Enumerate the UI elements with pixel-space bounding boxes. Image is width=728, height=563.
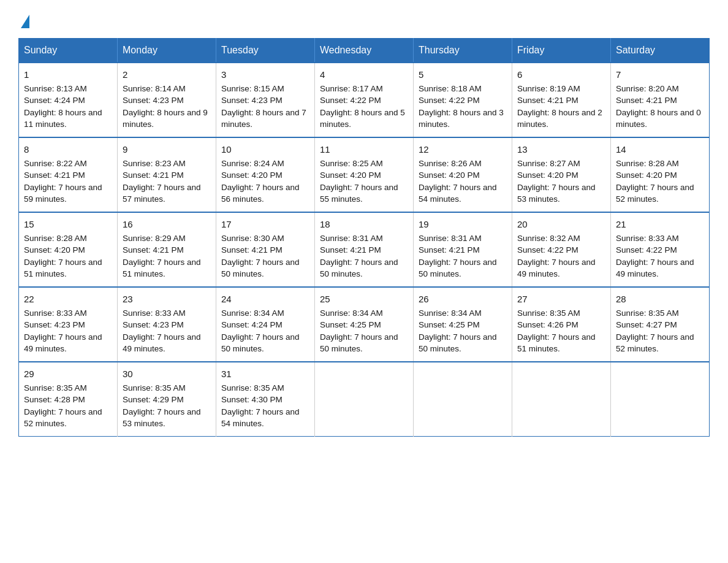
calendar-cell: 13Sunrise: 8:27 AMSunset: 4:20 PMDayligh… — [512, 137, 611, 212]
day-number: 4 — [320, 68, 408, 82]
calendar-cell: 5Sunrise: 8:18 AMSunset: 4:22 PMDaylight… — [414, 63, 512, 137]
calendar-cell: 24Sunrise: 8:34 AMSunset: 4:24 PMDayligh… — [216, 287, 315, 362]
calendar-week-row: 1Sunrise: 8:13 AMSunset: 4:24 PMDaylight… — [19, 63, 710, 137]
weekday-header-monday: Monday — [118, 39, 216, 63]
weekday-header-friday: Friday — [512, 39, 611, 63]
calendar-cell: 31Sunrise: 8:35 AMSunset: 4:30 PMDayligh… — [216, 362, 315, 437]
day-number: 18 — [320, 218, 408, 231]
calendar-cell: 8Sunrise: 8:22 AMSunset: 4:21 PMDaylight… — [19, 137, 118, 212]
calendar-cell — [611, 362, 710, 437]
weekday-header-thursday: Thursday — [414, 39, 512, 63]
day-number: 25 — [320, 293, 408, 306]
calendar-cell: 6Sunrise: 8:19 AMSunset: 4:21 PMDaylight… — [512, 63, 611, 137]
calendar-cell: 26Sunrise: 8:34 AMSunset: 4:25 PMDayligh… — [414, 287, 512, 362]
day-number: 1 — [24, 68, 112, 82]
calendar-week-row: 29Sunrise: 8:35 AMSunset: 4:28 PMDayligh… — [19, 362, 710, 437]
day-number: 11 — [320, 143, 408, 156]
weekday-header-row: SundayMondayTuesdayWednesdayThursdayFrid… — [19, 39, 710, 63]
calendar-week-row: 15Sunrise: 8:28 AMSunset: 4:20 PMDayligh… — [19, 212, 710, 287]
day-number: 10 — [221, 143, 309, 156]
day-number: 16 — [123, 218, 211, 231]
calendar-table: SundayMondayTuesdayWednesdayThursdayFrid… — [18, 38, 710, 437]
day-number: 3 — [221, 68, 309, 82]
day-number: 20 — [517, 218, 605, 231]
calendar-cell: 15Sunrise: 8:28 AMSunset: 4:20 PMDayligh… — [19, 212, 118, 287]
day-number: 13 — [517, 143, 605, 156]
header — [18, 12, 710, 28]
calendar-cell: 4Sunrise: 8:17 AMSunset: 4:22 PMDaylight… — [315, 63, 414, 137]
calendar-cell: 7Sunrise: 8:20 AMSunset: 4:21 PMDaylight… — [611, 63, 710, 137]
calendar-cell: 25Sunrise: 8:34 AMSunset: 4:25 PMDayligh… — [315, 287, 414, 362]
day-number: 31 — [221, 367, 309, 381]
calendar-cell: 9Sunrise: 8:23 AMSunset: 4:21 PMDaylight… — [118, 137, 216, 212]
day-number: 8 — [24, 143, 112, 156]
calendar-cell: 17Sunrise: 8:30 AMSunset: 4:21 PMDayligh… — [216, 212, 315, 287]
calendar-cell: 19Sunrise: 8:31 AMSunset: 4:21 PMDayligh… — [414, 212, 512, 287]
calendar-cell: 18Sunrise: 8:31 AMSunset: 4:21 PMDayligh… — [315, 212, 414, 287]
day-number: 12 — [419, 143, 507, 156]
day-number: 29 — [24, 367, 112, 381]
calendar-cell: 27Sunrise: 8:35 AMSunset: 4:26 PMDayligh… — [512, 287, 611, 362]
calendar-cell: 3Sunrise: 8:15 AMSunset: 4:23 PMDaylight… — [216, 63, 315, 137]
day-number: 30 — [123, 367, 211, 381]
day-number: 23 — [123, 293, 211, 306]
day-number: 2 — [123, 68, 211, 82]
day-number: 27 — [517, 293, 605, 306]
calendar-cell: 23Sunrise: 8:33 AMSunset: 4:23 PMDayligh… — [118, 287, 216, 362]
logo-triangle-icon — [21, 15, 29, 28]
weekday-header-sunday: Sunday — [19, 39, 118, 63]
day-number: 7 — [616, 68, 704, 82]
calendar-cell: 12Sunrise: 8:26 AMSunset: 4:20 PMDayligh… — [414, 137, 512, 212]
logo — [18, 12, 29, 28]
calendar-cell: 2Sunrise: 8:14 AMSunset: 4:23 PMDaylight… — [118, 63, 216, 137]
calendar-cell: 29Sunrise: 8:35 AMSunset: 4:28 PMDayligh… — [19, 362, 118, 437]
day-number: 24 — [221, 293, 309, 306]
calendar-cell: 28Sunrise: 8:35 AMSunset: 4:27 PMDayligh… — [611, 287, 710, 362]
day-number: 5 — [419, 68, 507, 82]
calendar-cell: 21Sunrise: 8:33 AMSunset: 4:22 PMDayligh… — [611, 212, 710, 287]
calendar-cell: 30Sunrise: 8:35 AMSunset: 4:29 PMDayligh… — [118, 362, 216, 437]
calendar-week-row: 8Sunrise: 8:22 AMSunset: 4:21 PMDaylight… — [19, 137, 710, 212]
weekday-header-saturday: Saturday — [611, 39, 710, 63]
day-number: 26 — [419, 293, 507, 306]
calendar-cell — [414, 362, 512, 437]
calendar-cell: 1Sunrise: 8:13 AMSunset: 4:24 PMDaylight… — [19, 63, 118, 137]
day-number: 9 — [123, 143, 211, 156]
day-number: 22 — [24, 293, 112, 306]
day-number: 14 — [616, 143, 704, 156]
calendar-cell — [512, 362, 611, 437]
calendar-cell: 20Sunrise: 8:32 AMSunset: 4:22 PMDayligh… — [512, 212, 611, 287]
weekday-header-tuesday: Tuesday — [216, 39, 315, 63]
calendar-cell — [315, 362, 414, 437]
calendar-cell: 14Sunrise: 8:28 AMSunset: 4:20 PMDayligh… — [611, 137, 710, 212]
day-number: 19 — [419, 218, 507, 231]
day-number: 17 — [221, 218, 309, 231]
calendar-cell: 16Sunrise: 8:29 AMSunset: 4:21 PMDayligh… — [118, 212, 216, 287]
calendar-week-row: 22Sunrise: 8:33 AMSunset: 4:23 PMDayligh… — [19, 287, 710, 362]
day-number: 21 — [616, 218, 704, 231]
calendar-cell: 22Sunrise: 8:33 AMSunset: 4:23 PMDayligh… — [19, 287, 118, 362]
day-number: 15 — [24, 218, 112, 231]
calendar-cell: 11Sunrise: 8:25 AMSunset: 4:20 PMDayligh… — [315, 137, 414, 212]
weekday-header-wednesday: Wednesday — [315, 39, 414, 63]
day-number: 28 — [616, 293, 704, 306]
day-number: 6 — [517, 68, 605, 82]
calendar-cell: 10Sunrise: 8:24 AMSunset: 4:20 PMDayligh… — [216, 137, 315, 212]
